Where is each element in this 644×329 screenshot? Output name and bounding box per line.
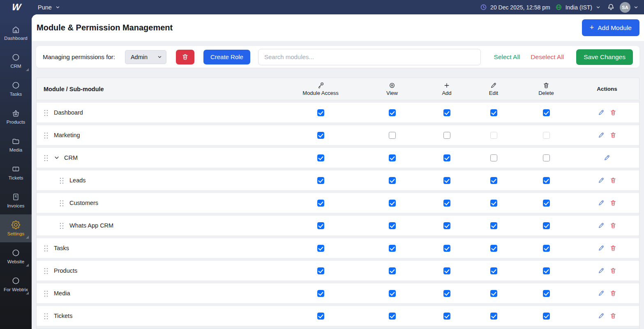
edit-checkbox[interactable] bbox=[490, 109, 497, 116]
drag-handle-icon[interactable] bbox=[44, 245, 48, 252]
delete-role-button[interactable] bbox=[176, 50, 194, 64]
delete-checkbox[interactable] bbox=[543, 132, 550, 139]
sidebar-item-for-webtrix[interactable]: For Webtrix bbox=[0, 270, 32, 298]
module-access-checkbox[interactable] bbox=[317, 109, 324, 116]
add-checkbox[interactable] bbox=[443, 177, 450, 184]
role-select[interactable]: Admin bbox=[125, 50, 166, 64]
drag-handle-icon[interactable] bbox=[44, 313, 48, 320]
view-checkbox[interactable] bbox=[389, 109, 396, 116]
sidebar-item-tasks[interactable]: Tasks bbox=[0, 75, 32, 103]
add-checkbox[interactable] bbox=[443, 245, 450, 252]
delete-checkbox[interactable] bbox=[543, 109, 550, 116]
add-checkbox[interactable] bbox=[443, 290, 450, 297]
drag-handle-icon[interactable] bbox=[59, 200, 64, 207]
module-access-checkbox[interactable] bbox=[317, 313, 324, 320]
sidebar-item-products[interactable]: Products bbox=[0, 103, 32, 131]
sidebar-item-settings[interactable]: Settings bbox=[0, 214, 32, 242]
add-module-button[interactable]: + Add Module bbox=[582, 19, 639, 36]
edit-checkbox[interactable] bbox=[490, 222, 497, 229]
delete-checkbox[interactable] bbox=[543, 200, 550, 207]
module-access-checkbox[interactable] bbox=[317, 245, 324, 252]
delete-row-icon[interactable] bbox=[610, 132, 616, 138]
delete-row-icon[interactable] bbox=[610, 222, 616, 229]
edit-row-icon[interactable] bbox=[598, 313, 605, 319]
edit-row-icon[interactable] bbox=[598, 200, 605, 206]
delete-checkbox[interactable] bbox=[543, 177, 550, 184]
add-checkbox[interactable] bbox=[443, 132, 450, 139]
notifications-bell-icon[interactable] bbox=[607, 3, 615, 11]
search-input[interactable] bbox=[258, 49, 481, 65]
drag-handle-icon[interactable] bbox=[44, 290, 48, 297]
save-changes-button[interactable]: Save Changes bbox=[576, 49, 633, 65]
module-access-checkbox[interactable] bbox=[317, 177, 324, 184]
sidebar-item-crm[interactable]: CRM bbox=[0, 47, 32, 75]
drag-handle-icon[interactable] bbox=[59, 222, 64, 229]
delete-row-icon[interactable] bbox=[610, 290, 616, 297]
edit-checkbox[interactable] bbox=[490, 267, 497, 274]
edit-checkbox[interactable] bbox=[490, 245, 497, 252]
delete-checkbox[interactable] bbox=[543, 267, 550, 274]
app-logo[interactable]: W bbox=[0, 2, 32, 13]
delete-row-icon[interactable] bbox=[610, 267, 616, 274]
edit-row-icon[interactable] bbox=[598, 290, 605, 297]
module-access-checkbox[interactable] bbox=[317, 154, 324, 161]
delete-row-icon[interactable] bbox=[610, 313, 616, 319]
create-role-button[interactable]: Create Role bbox=[203, 50, 250, 64]
user-menu-chevron-icon[interactable] bbox=[634, 5, 638, 9]
delete-row-icon[interactable] bbox=[610, 200, 616, 206]
module-access-checkbox[interactable] bbox=[317, 267, 324, 274]
add-checkbox[interactable] bbox=[443, 109, 450, 116]
drag-handle-icon[interactable] bbox=[59, 177, 64, 184]
drag-handle-icon[interactable] bbox=[44, 267, 48, 274]
edit-row-icon[interactable] bbox=[598, 267, 605, 274]
user-avatar[interactable]: SA bbox=[620, 2, 630, 13]
edit-row-icon[interactable] bbox=[598, 222, 605, 229]
module-access-checkbox[interactable] bbox=[317, 290, 324, 297]
edit-row-icon[interactable] bbox=[598, 177, 605, 184]
view-checkbox[interactable] bbox=[389, 177, 396, 184]
delete-checkbox[interactable] bbox=[543, 290, 550, 297]
deselect-all-link[interactable]: Deselect All bbox=[531, 53, 564, 61]
view-checkbox[interactable] bbox=[389, 290, 396, 297]
drag-handle-icon[interactable] bbox=[44, 154, 48, 161]
delete-row-icon[interactable] bbox=[610, 245, 616, 251]
edit-checkbox[interactable] bbox=[490, 132, 497, 139]
module-access-checkbox[interactable] bbox=[317, 132, 324, 139]
sidebar-item-website[interactable]: Website bbox=[0, 242, 32, 270]
select-all-link[interactable]: Select All bbox=[494, 53, 520, 61]
add-checkbox[interactable] bbox=[443, 267, 450, 274]
view-checkbox[interactable] bbox=[389, 200, 396, 207]
delete-row-icon[interactable] bbox=[610, 177, 616, 184]
edit-row-icon[interactable] bbox=[598, 245, 605, 251]
edit-checkbox[interactable] bbox=[490, 290, 497, 297]
sidebar-item-dashboard[interactable]: Dashboard bbox=[0, 19, 32, 47]
drag-handle-icon[interactable] bbox=[44, 109, 48, 116]
module-access-checkbox[interactable] bbox=[317, 222, 324, 229]
module-access-checkbox[interactable] bbox=[317, 200, 324, 207]
view-checkbox[interactable] bbox=[389, 132, 396, 139]
view-checkbox[interactable] bbox=[389, 154, 396, 161]
view-checkbox[interactable] bbox=[389, 245, 396, 252]
edit-row-icon[interactable] bbox=[598, 109, 605, 116]
view-checkbox[interactable] bbox=[389, 267, 396, 274]
add-checkbox[interactable] bbox=[443, 313, 450, 320]
expand-chevron-icon[interactable] bbox=[54, 155, 60, 161]
delete-checkbox[interactable] bbox=[543, 222, 550, 229]
view-checkbox[interactable] bbox=[389, 222, 396, 229]
add-checkbox[interactable] bbox=[443, 222, 450, 229]
sidebar-item-invoices[interactable]: ₹ Invoices bbox=[0, 186, 32, 214]
delete-checkbox[interactable] bbox=[543, 313, 550, 320]
edit-checkbox[interactable] bbox=[490, 177, 497, 184]
edit-checkbox[interactable] bbox=[490, 200, 497, 207]
add-checkbox[interactable] bbox=[443, 154, 450, 161]
delete-checkbox[interactable] bbox=[543, 245, 550, 252]
view-checkbox[interactable] bbox=[389, 313, 396, 320]
edit-row-icon[interactable] bbox=[604, 154, 610, 161]
sidebar-item-tickets[interactable]: Tickets bbox=[0, 159, 32, 186]
add-checkbox[interactable] bbox=[443, 200, 450, 207]
delete-checkbox[interactable] bbox=[543, 154, 550, 161]
delete-row-icon[interactable] bbox=[610, 109, 616, 116]
drag-handle-icon[interactable] bbox=[44, 132, 48, 139]
edit-checkbox[interactable] bbox=[490, 313, 497, 320]
edit-checkbox[interactable] bbox=[490, 154, 497, 161]
